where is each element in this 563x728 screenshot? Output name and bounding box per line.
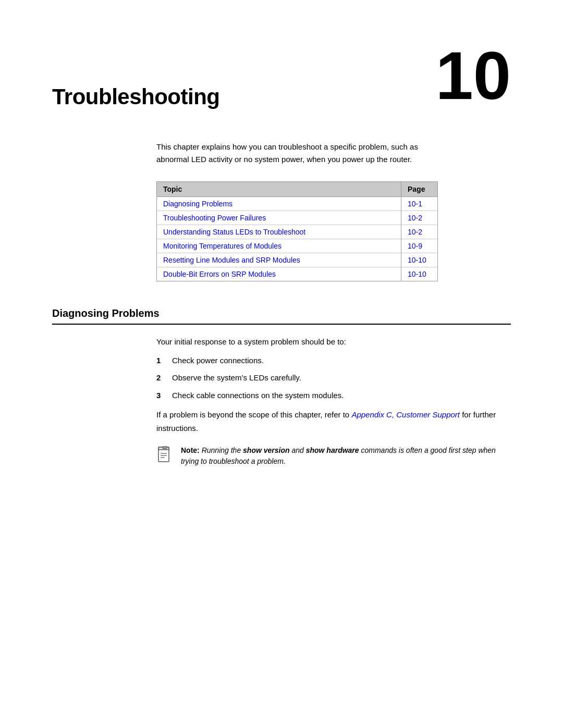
note-text-before: Running the <box>200 446 243 454</box>
note-label: Note: <box>181 446 200 454</box>
toc-topic-link[interactable]: Understanding Status LEDs to Troubleshoo… <box>163 228 305 236</box>
section-title-diagnosing: Diagnosing Problems <box>52 307 511 319</box>
step-number: 1 <box>156 354 172 367</box>
toc-page-cell: 10-10 <box>401 253 438 267</box>
toc-topic-link[interactable]: Monitoring Temperatures of Modules <box>163 242 282 250</box>
steps-list: 1Check power connections.2Observe the sy… <box>156 354 511 402</box>
section-content: Your initial response to a system proble… <box>156 335 511 472</box>
page: Troubleshooting 10 This chapter explains… <box>0 0 563 728</box>
appendix-text-before: If a problem is beyond the scope of this… <box>156 410 351 419</box>
step-item: 2Observe the system’s LEDs carefully. <box>156 371 511 385</box>
note-cmd2: show hardware <box>306 446 359 454</box>
toc-topic-cell: Resetting Line Modules and SRP Modules <box>157 253 401 267</box>
toc-topic-cell: Diagnosing Problems <box>157 197 401 211</box>
toc-page-cell: 10-1 <box>401 197 438 211</box>
toc-table: Topic Page Diagnosing Problems10-1Troubl… <box>156 181 438 281</box>
step-number: 2 <box>156 371 172 385</box>
step-number: 3 <box>156 389 172 402</box>
toc-row: Resetting Line Modules and SRP Modules10… <box>157 253 438 267</box>
appendix-paragraph: If a problem is beyond the scope of this… <box>156 408 511 435</box>
step-text: Check cable connections on the system mo… <box>172 389 344 402</box>
toc-topic-link[interactable]: Diagnosing Problems <box>163 200 232 208</box>
toc-topic-cell: Double-Bit Errors on SRP Modules <box>157 267 401 281</box>
svg-rect-5 <box>163 446 167 449</box>
chapter-title: Troubleshooting <box>52 84 219 109</box>
chapter-number: 10 <box>435 42 511 109</box>
toc-row: Double-Bit Errors on SRP Modules10-10 <box>157 267 438 281</box>
toc-row: Monitoring Temperatures of Modules10-9 <box>157 239 438 253</box>
toc-topic-cell: Monitoring Temperatures of Modules <box>157 239 401 253</box>
note-text: Note: Running the show version and show … <box>181 445 511 467</box>
intro-text: This chapter explains how you can troubl… <box>156 141 427 166</box>
toc-topic-link[interactable]: Resetting Line Modules and SRP Modules <box>163 256 300 264</box>
toc-row: Diagnosing Problems10-1 <box>157 197 438 211</box>
toc-page-cell: 10-10 <box>401 267 438 281</box>
chapter-header: Troubleshooting 10 <box>52 42 511 109</box>
diagnosing-intro: Your initial response to a system proble… <box>156 335 511 349</box>
toc-page-cell: 10-2 <box>401 225 438 239</box>
step-item: 1Check power connections. <box>156 354 511 367</box>
toc-header-row: Topic Page <box>157 182 438 197</box>
appendix-link[interactable]: Appendix C, Customer Support <box>351 410 460 419</box>
toc-topic-cell: Troubleshooting Power Failures <box>157 211 401 225</box>
step-item: 3Check cable connections on the system m… <box>156 389 511 402</box>
note-cmd1: show version <box>243 446 289 454</box>
note-text-middle: and <box>290 446 306 454</box>
toc-topic-link[interactable]: Troubleshooting Power Failures <box>163 214 266 222</box>
toc-row: Troubleshooting Power Failures10-2 <box>157 211 438 225</box>
toc-topic-cell: Understanding Status LEDs to Troubleshoo… <box>157 225 401 239</box>
toc-topic-link[interactable]: Double-Bit Errors on SRP Modules <box>163 270 276 278</box>
section-divider <box>52 324 511 325</box>
step-text: Check power connections. <box>172 354 264 367</box>
toc-col-page: Page <box>401 182 438 197</box>
diagnosing-section: Diagnosing Problems Your initial respons… <box>52 307 511 472</box>
step-text: Observe the system’s LEDs carefully. <box>172 371 301 385</box>
toc-col-topic: Topic <box>157 182 401 197</box>
toc-row: Understanding Status LEDs to Troubleshoo… <box>157 225 438 239</box>
note-icon <box>156 446 173 465</box>
toc-page-cell: 10-9 <box>401 239 438 253</box>
note-box: Note: Running the show version and show … <box>156 445 511 472</box>
toc-page-cell: 10-2 <box>401 211 438 225</box>
